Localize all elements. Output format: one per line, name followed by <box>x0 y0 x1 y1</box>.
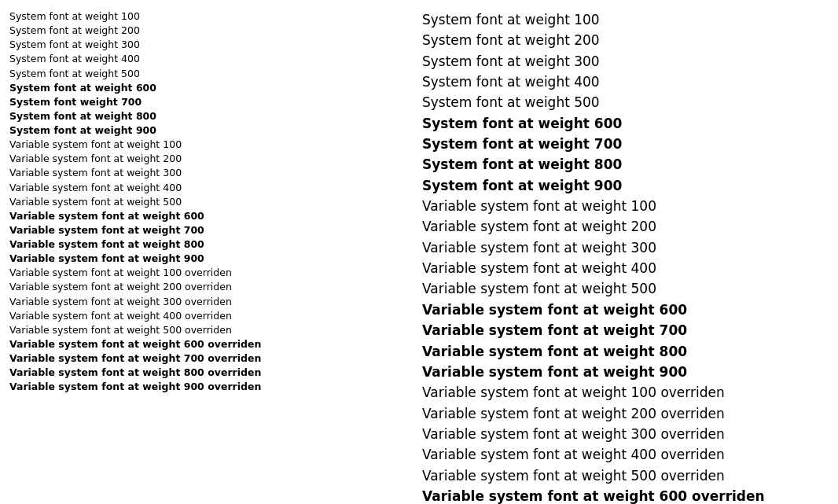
right-column: System font at weight 100System font at … <box>419 6 832 504</box>
font-line: Variable system font at weight 200 overr… <box>9 280 416 294</box>
font-line: System font at weight 900 <box>9 123 416 138</box>
font-line: System font at weight 900 <box>422 175 829 196</box>
font-line: System font at weight 600 <box>422 113 829 134</box>
font-line: Variable system font at weight 500 <box>9 195 416 209</box>
font-line: Variable system font at weight 400 overr… <box>422 444 829 465</box>
font-line: Variable system font at weight 500 overr… <box>9 323 416 337</box>
font-line: Variable system font at weight 300 overr… <box>9 295 416 309</box>
font-line: System font at weight 300 <box>9 38 416 52</box>
font-line: Variable system font at weight 300 <box>422 237 829 258</box>
font-line: Variable system font at weight 300 <box>9 166 416 180</box>
font-line: System font at weight 400 <box>9 52 416 66</box>
font-line: System font at weight 400 <box>422 72 829 92</box>
font-line: Variable system font at weight 900 overr… <box>9 380 416 394</box>
font-line: System font at weight 700 <box>422 134 829 154</box>
left-column: System font at weight 100System font at … <box>6 6 419 504</box>
font-line: Variable system font at weight 500 <box>422 278 829 299</box>
font-line: System font at weight 800 <box>9 109 416 123</box>
font-line: Variable system font at weight 700 <box>9 223 416 237</box>
font-line: Variable system font at weight 800 <box>9 237 416 252</box>
font-line: Variable system font at weight 100 overr… <box>9 266 416 280</box>
font-line: Variable system font at weight 100 <box>9 138 416 152</box>
font-line: Variable system font at weight 400 <box>422 258 829 278</box>
font-line: System font at weight 800 <box>422 154 829 175</box>
font-line: Variable system font at weight 400 overr… <box>9 309 416 323</box>
font-line: System font at weight 200 <box>422 30 829 50</box>
font-line: System font at weight 500 <box>9 67 416 81</box>
font-line: Variable system font at weight 800 <box>422 341 829 362</box>
font-line: Variable system font at weight 100 <box>422 196 829 216</box>
font-line: Variable system font at weight 700 <box>422 320 829 340</box>
font-line: Variable system font at weight 600 <box>422 300 829 320</box>
font-line: System font at weight 100 <box>422 9 829 30</box>
font-line: System font weight 700 <box>9 95 416 109</box>
font-line: Variable system font at weight 100 overr… <box>422 382 829 403</box>
font-line: Variable system font at weight 900 <box>9 252 416 266</box>
font-line: Variable system font at weight 600 <box>9 209 416 223</box>
font-line: System font at weight 100 <box>9 9 416 24</box>
font-line: Variable system font at weight 200 overr… <box>422 403 829 424</box>
font-line: System font at weight 200 <box>9 24 416 38</box>
font-line: Variable system font at weight 600 overr… <box>9 337 416 351</box>
font-line: Variable system font at weight 200 <box>9 152 416 166</box>
font-line: Variable system font at weight 500 overr… <box>422 465 829 486</box>
font-line: Variable system font at weight 300 overr… <box>422 424 829 444</box>
font-line: Variable system font at weight 200 <box>422 216 829 237</box>
font-line: System font at weight 600 <box>9 81 416 95</box>
font-line: System font at weight 500 <box>422 92 829 112</box>
font-line: System font at weight 300 <box>422 51 829 72</box>
font-line: Variable system font at weight 800 overr… <box>9 366 416 380</box>
font-line: Variable system font at weight 600 overr… <box>422 486 829 504</box>
font-line: Variable system font at weight 700 overr… <box>9 351 416 366</box>
font-line: Variable system font at weight 900 <box>422 362 829 382</box>
font-line: Variable system font at weight 400 <box>9 181 416 195</box>
